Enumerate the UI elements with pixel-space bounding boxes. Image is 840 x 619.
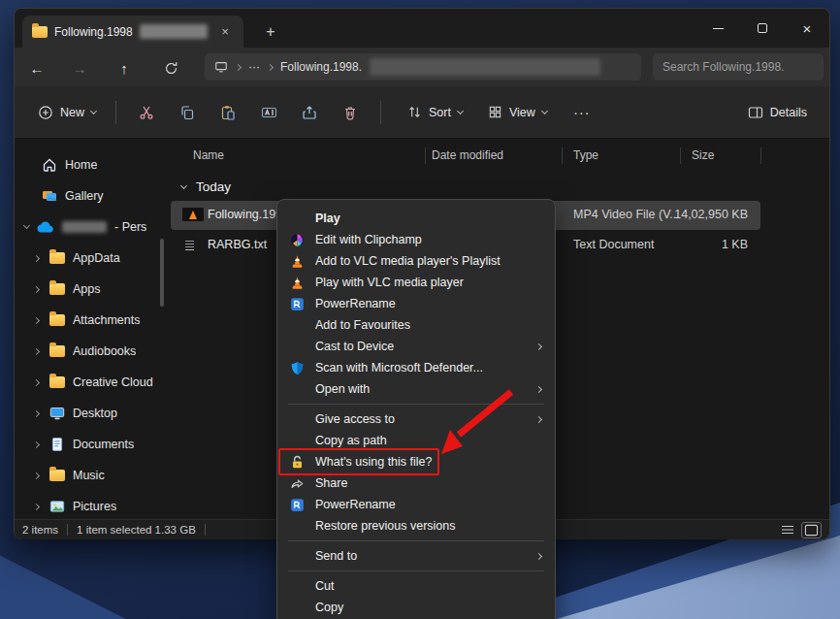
- menu-item-open-with[interactable]: Open with: [282, 378, 550, 400]
- defender-shield-icon: [290, 361, 305, 375]
- column-header-type[interactable]: Type: [573, 148, 598, 162]
- redacted-text: [370, 58, 600, 76]
- up-button[interactable]: ↑: [110, 55, 139, 81]
- command-toolbar: New Sort: [15, 86, 829, 139]
- menu-item-powerrename-2[interactable]: PowerRename: [282, 494, 550, 515]
- sidebar-item-documents[interactable]: Documents: [15, 429, 160, 460]
- address-bar[interactable]: ··· Following.1998.: [205, 53, 641, 81]
- toolbar-divider: [115, 101, 116, 124]
- menu-item-restore-previous-versions[interactable]: Restore previous versions: [282, 515, 550, 537]
- search-input[interactable]: [653, 53, 824, 81]
- details-button[interactable]: Details: [739, 98, 816, 127]
- delete-button[interactable]: [330, 95, 371, 130]
- menu-item-play[interactable]: Play: [282, 208, 550, 229]
- share-button[interactable]: [289, 95, 330, 130]
- paste-icon: [220, 105, 236, 120]
- gallery-icon: [42, 188, 57, 204]
- maximize-icon: [758, 23, 767, 33]
- more-options-button[interactable]: ···: [565, 97, 598, 128]
- video-file-icon: [181, 207, 205, 222]
- documents-icon: [49, 437, 65, 452]
- column-header-date-modified[interactable]: Date modified: [432, 148, 503, 162]
- annotation-highlight-box: [278, 448, 439, 475]
- maximize-button[interactable]: [740, 9, 785, 48]
- sidebar-item-music[interactable]: Music: [15, 460, 160, 491]
- cut-button[interactable]: [126, 95, 167, 130]
- title-bar: Following.1998 × + ×: [15, 9, 829, 48]
- sidebar: Home Gallery - Pers AppData: [15, 139, 160, 519]
- breadcrumb-path[interactable]: Following.1998.: [280, 60, 362, 74]
- item-count: 2 items: [22, 524, 58, 536]
- forward-button[interactable]: →: [65, 55, 94, 81]
- menu-item-share[interactable]: Share: [282, 472, 550, 494]
- menu-item-cast-to-device[interactable]: Cast to Device: [282, 336, 550, 357]
- new-button[interactable]: New: [28, 98, 106, 127]
- large-thumbnails-view-toggle[interactable]: [801, 522, 822, 538]
- column-divider[interactable]: [760, 147, 761, 164]
- sidebar-item-appdata[interactable]: AppData: [15, 243, 160, 274]
- chevron-right-icon: [33, 503, 40, 509]
- status-divider: [67, 524, 68, 536]
- view-button[interactable]: View: [479, 98, 556, 126]
- paste-button[interactable]: [208, 95, 248, 130]
- chevron-right-icon: [33, 440, 40, 447]
- sidebar-item-desktop[interactable]: Desktop: [15, 398, 160, 429]
- menu-item-add-to-favourites[interactable]: Add to Favourites: [282, 314, 550, 336]
- sort-button[interactable]: Sort: [399, 98, 471, 126]
- menu-item-copy[interactable]: Copy: [282, 597, 550, 618]
- folder-icon: [49, 252, 65, 264]
- sidebar-item-home[interactable]: Home: [15, 149, 160, 180]
- sort-button-label: Sort: [429, 106, 451, 119]
- rename-icon: [261, 105, 277, 120]
- minimize-button[interactable]: [695, 9, 740, 48]
- new-tab-button[interactable]: +: [259, 20, 282, 44]
- menu-item-powerrename[interactable]: PowerRename: [282, 293, 550, 314]
- chevron-right-icon: [235, 63, 242, 70]
- column-divider[interactable]: [680, 147, 681, 164]
- context-menu: Play Edit with Clipchamp Add to VLC medi…: [276, 199, 556, 619]
- copy-button[interactable]: [167, 95, 208, 130]
- menu-item-send-to[interactable]: Send to: [282, 545, 550, 567]
- submenu-chevron-icon: [535, 415, 542, 422]
- pictures-icon: [49, 499, 65, 514]
- column-header-size[interactable]: Size: [692, 148, 714, 162]
- close-button[interactable]: ×: [785, 9, 829, 48]
- breadcrumb-ellipsis[interactable]: ···: [248, 60, 260, 74]
- sidebar-item-attachments[interactable]: Attachments: [15, 305, 160, 336]
- tab-close-button[interactable]: ×: [216, 23, 234, 41]
- submenu-chevron-icon: [535, 385, 542, 392]
- cut-icon: [139, 105, 154, 120]
- column-divider[interactable]: [562, 147, 563, 164]
- menu-separator: [288, 570, 544, 571]
- sidebar-item-apps[interactable]: Apps: [15, 274, 160, 305]
- clipchamp-icon: [290, 233, 305, 247]
- status-divider: [205, 524, 206, 536]
- back-button[interactable]: ←: [22, 55, 51, 81]
- plus-circle-icon: [38, 105, 53, 120]
- chevron-right-icon: [267, 63, 274, 70]
- rename-button[interactable]: [248, 95, 289, 130]
- menu-item-edit-with-clipchamp[interactable]: Edit with Clipchamp: [282, 229, 550, 250]
- menu-item-add-to-vlc-playlist[interactable]: Add to VLC media player's Playlist: [282, 250, 550, 272]
- selection-info: 1 item selected 1.33 GB: [77, 524, 196, 536]
- details-button-label: Details: [770, 106, 807, 119]
- delete-icon: [342, 105, 358, 120]
- menu-separator: [288, 404, 544, 405]
- explorer-tab[interactable]: Following.1998 ×: [22, 16, 243, 48]
- menu-item-give-access-to[interactable]: Give access to: [282, 408, 550, 430]
- column-divider[interactable]: [425, 147, 426, 164]
- menu-item-cut[interactable]: Cut: [282, 575, 550, 597]
- sidebar-item-creative-cloud[interactable]: Creative Cloud: [15, 367, 160, 398]
- sidebar-item-audiobooks[interactable]: Audiobooks: [15, 336, 160, 367]
- sidebar-item-pictures[interactable]: Pictures: [15, 491, 160, 519]
- menu-separator: [288, 540, 544, 541]
- refresh-button[interactable]: [156, 55, 185, 81]
- details-view-icon[interactable]: [780, 523, 795, 537]
- sidebar-item-onedrive[interactable]: - Pers: [15, 212, 160, 243]
- column-header-name[interactable]: Name: [193, 148, 224, 162]
- share-icon: [290, 476, 305, 491]
- sidebar-item-gallery[interactable]: Gallery: [15, 180, 160, 212]
- menu-item-play-with-vlc[interactable]: Play with VLC media player: [282, 272, 550, 293]
- group-header-today[interactable]: Today: [181, 179, 231, 194]
- menu-item-scan-with-defender[interactable]: Scan with Microsoft Defender...: [282, 357, 550, 378]
